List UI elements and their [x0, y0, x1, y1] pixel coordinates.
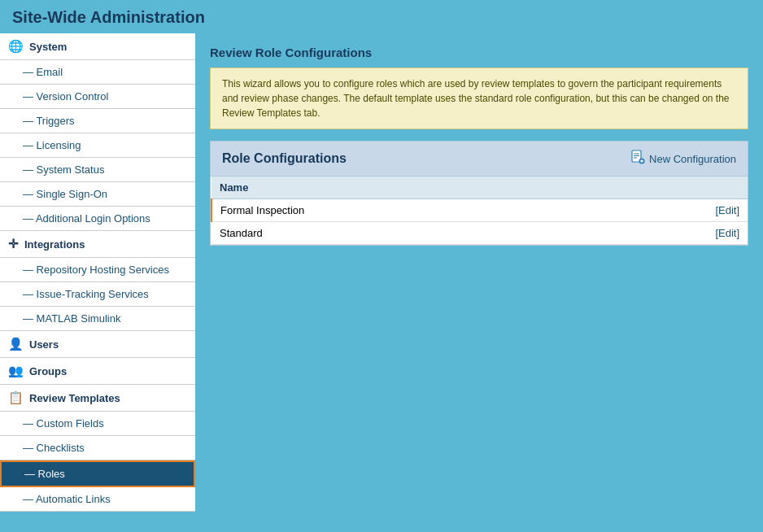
- role-config-panel: Role Configurations New Conf: [210, 141, 748, 246]
- page-title: Site-Wide Administration: [12, 8, 751, 27]
- group-icon: 👥: [8, 364, 24, 378]
- table-row: Formal Inspection [Edit]: [211, 199, 748, 222]
- content-title: Review Role Configurations: [210, 46, 748, 59]
- sidebar-item-groups[interactable]: 👥 Groups: [0, 358, 195, 385]
- sidebar-item-integrations[interactable]: ✛ Integrations: [0, 231, 195, 258]
- sidebar-item-review-templates[interactable]: 📋 Review Templates: [0, 385, 195, 412]
- sidebar-item-system-status[interactable]: — System Status: [0, 158, 195, 182]
- role-config-panel-title: Role Configurations: [222, 151, 347, 166]
- template-icon: 📋: [8, 390, 24, 405]
- sidebar-item-email[interactable]: — Email: [0, 60, 195, 85]
- role-name-formal-inspection: Formal Inspection: [211, 199, 595, 222]
- new-config-label: New Configuration: [649, 153, 736, 165]
- globe-icon: 🌐: [8, 39, 24, 54]
- role-edit-standard: [Edit]: [595, 222, 748, 245]
- new-config-icon: [630, 150, 645, 168]
- role-table: Name Formal Inspection [Edit]: [211, 177, 748, 245]
- sidebar-item-checklists[interactable]: — Checklists: [0, 436, 195, 460]
- edit-link-formal[interactable]: [Edit]: [715, 204, 739, 216]
- sidebar-item-triggers[interactable]: — Triggers: [0, 109, 195, 133]
- sidebar-item-single-sign-on[interactable]: — Single Sign-On: [0, 182, 195, 207]
- sidebar-item-matlab[interactable]: — MATLAB Simulink: [0, 307, 195, 331]
- role-config-header: Role Configurations New Conf: [211, 142, 748, 177]
- sidebar-item-system[interactable]: 🌐 System: [0, 33, 195, 60]
- crosshair-icon: ✛: [8, 237, 19, 251]
- edit-link-standard[interactable]: [Edit]: [715, 227, 739, 239]
- info-box: This wizard allows you to configure role…: [210, 68, 748, 129]
- user-icon: 👤: [8, 337, 24, 351]
- sidebar-item-roles[interactable]: — Roles: [0, 460, 195, 487]
- sidebar-item-custom-fields[interactable]: — Custom Fields: [0, 412, 195, 436]
- sidebar: 🌐 System — Email — Version Control — Tri…: [0, 33, 195, 526]
- sidebar-item-licensing[interactable]: — Licensing: [0, 133, 195, 158]
- page-header: Site-Wide Administration: [0, 0, 763, 33]
- sidebar-item-version-control[interactable]: — Version Control: [0, 85, 195, 109]
- sidebar-item-issue-tracking[interactable]: — Issue-Tracking Services: [0, 282, 195, 307]
- main-content: Review Role Configurations This wizard a…: [195, 33, 763, 526]
- role-name-standard: Standard: [211, 222, 595, 245]
- table-header-action: [595, 177, 748, 199]
- sidebar-item-automatic-links[interactable]: — Automatic Links: [0, 487, 195, 512]
- role-edit-formal: [Edit]: [595, 199, 748, 222]
- sidebar-item-users[interactable]: 👤 Users: [0, 331, 195, 358]
- sidebar-item-additional-login[interactable]: — Additional Login Options: [0, 207, 195, 231]
- table-header-name: Name: [211, 177, 595, 199]
- sidebar-item-repository-hosting[interactable]: — Repository Hosting Services: [0, 258, 195, 282]
- table-row: Standard [Edit]: [211, 222, 748, 245]
- new-config-button[interactable]: New Configuration: [630, 150, 736, 168]
